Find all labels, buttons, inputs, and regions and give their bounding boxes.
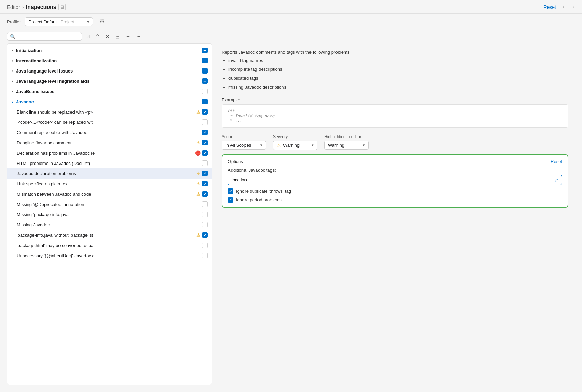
tree-item-mismatch[interactable]: Mismatch between Javadoc and code ⚠ <box>7 189 212 199</box>
profile-select[interactable]: Project Default Project ▾ <box>25 17 93 26</box>
highlighting-arrow-icon: ▾ <box>363 143 365 147</box>
tree-list: › Initialization › Internationalization … <box>7 44 212 385</box>
expand-all-button[interactable]: ⊟ <box>113 32 122 41</box>
gear-button[interactable]: ⚙ <box>97 17 107 26</box>
tree-item-javadoc[interactable]: ∨ Javadoc <box>7 96 212 107</box>
item-label: Java language level issues <box>16 68 201 74</box>
checkbox-blank-line[interactable] <box>202 109 208 115</box>
checkbox-throws-label: Ignore duplicate 'throws' tag <box>236 188 291 194</box>
item-label: HTML problems in Javadoc (DocLint) <box>17 161 201 166</box>
item-label: Comment replaceable with Javadoc <box>17 130 201 135</box>
item-label: Missing Javadoc <box>17 222 201 227</box>
tree-item-javabeans[interactable]: › JavaBeans issues <box>7 86 212 96</box>
add-button[interactable]: ＋ <box>123 31 133 41</box>
tree-item-comment-replaceable[interactable]: Comment replaceable with Javadoc <box>7 127 212 138</box>
tree-item-missing-javadoc[interactable]: Missing Javadoc <box>7 220 212 230</box>
severity-value: Warning <box>283 143 309 148</box>
checkbox-javadoc-decl[interactable] <box>202 171 208 176</box>
checkbox-package-without[interactable] <box>202 232 208 238</box>
checkbox-option-throws: Ignore duplicate 'throws' tag <box>228 188 562 194</box>
tree-item-java-migration[interactable]: › Java language level migration aids <box>7 76 212 86</box>
options-reset-button[interactable]: Reset <box>551 159 562 164</box>
header: Editor › Inspections ⊟ Reset ← → <box>0 0 582 14</box>
move-down-button[interactable]: ✕ <box>103 32 112 41</box>
tree-item-unnecessary[interactable]: Unnecessary '{@inheritDoc}' Javadoc c <box>7 250 212 261</box>
tree-item-package-html[interactable]: 'package.html' may be converted to 'pa <box>7 240 212 250</box>
tree-item-missing-package-info[interactable]: Missing 'package-info.java' <box>7 209 212 220</box>
checkbox-deprecated[interactable] <box>202 201 208 207</box>
checkbox-code-replaced[interactable] <box>202 119 208 125</box>
checkbox-mismatch[interactable] <box>202 191 208 197</box>
search-input[interactable] <box>17 34 79 39</box>
severity-group: Severity: ⚠ Warning ▾ <box>273 134 317 150</box>
tree-item-html-problems[interactable]: HTML problems in Javadoc (DocLint) <box>7 158 212 168</box>
remove-button[interactable]: － <box>134 31 144 41</box>
expand-arrow: ∨ <box>10 100 15 104</box>
item-label: Unnecessary '{@inheritDoc}' Javadoc c <box>17 253 201 258</box>
item-label: 'package-info.java' without 'package' st <box>17 233 195 238</box>
page-icon[interactable]: ⊟ <box>58 4 66 10</box>
tree-item-dangling[interactable]: Dangling Javadoc comment ⚠ <box>7 138 212 148</box>
nav-forward-button[interactable]: → <box>569 3 575 11</box>
scope-select[interactable]: In All Scopes ▾ <box>222 141 266 150</box>
checkbox-dangling[interactable] <box>202 140 208 145</box>
highlighting-select[interactable]: Warning ▾ <box>324 141 369 150</box>
item-label: '<code>...</code>' can be replaced wit <box>17 120 201 125</box>
severity-warn-icon: ⚠ <box>277 143 281 148</box>
checkbox-java-lang[interactable] <box>202 68 208 74</box>
list-item: missing Javadoc descriptions <box>228 83 568 92</box>
move-up-button[interactable]: ⌃ <box>93 32 102 41</box>
highlighting-group: Highlighting in editor: Warning ▾ <box>324 134 369 150</box>
checkbox-period[interactable] <box>228 197 233 203</box>
scope-value: In All Scopes <box>225 143 258 148</box>
expand-arrow: › <box>10 48 15 52</box>
tree-item-javadoc-declaration[interactable]: Javadoc declaration problems ⚠ <box>7 168 212 179</box>
checkbox-declaration[interactable] <box>202 150 208 156</box>
list-item: incomplete tag descriptions <box>228 65 568 74</box>
filter-button[interactable]: ⊿ <box>83 32 92 41</box>
tree-item-declaration-problems[interactable]: Declaration has problems in Javadoc re ⛔ <box>7 148 212 158</box>
checkbox-initialization[interactable] <box>202 48 208 53</box>
checkbox-missing-javadoc[interactable] <box>202 222 208 227</box>
search-icon: 🔍 <box>10 34 15 39</box>
severity-select[interactable]: ⚠ Warning ▾ <box>273 141 317 150</box>
item-label: Blank line should be replaced with <p> <box>17 109 195 115</box>
expand-icon[interactable]: ⤢ <box>554 177 558 183</box>
tags-input[interactable] <box>232 177 554 182</box>
profile-arrow-icon: ▾ <box>87 19 89 24</box>
item-label-javadoc: Javadoc <box>16 99 201 104</box>
tags-input-container: ⤢ <box>228 175 562 185</box>
checkbox-unnecessary[interactable] <box>202 253 208 258</box>
checkbox-package-info[interactable] <box>202 212 208 217</box>
scope-arrow-icon: ▾ <box>260 143 262 147</box>
nav-arrows: ← → <box>561 3 575 11</box>
tree-item-package-without[interactable]: 'package-info.java' without 'package' st… <box>7 230 212 240</box>
tree-item-blank-line[interactable]: Blank line should be replaced with <p> ⚠ <box>7 107 212 117</box>
tree-item-java-lang[interactable]: › Java language level issues <box>7 66 212 76</box>
breadcrumb-editor: Editor <box>7 4 20 10</box>
checkbox-throws[interactable] <box>228 188 233 194</box>
checkbox-javabeans[interactable] <box>202 89 208 94</box>
main-container: Editor › Inspections ⊟ Reset ← → Profile… <box>0 0 582 392</box>
tree-item-internationalization[interactable]: › Internationalization <box>7 55 212 66</box>
tree-item-initialization[interactable]: › Initialization <box>7 45 212 55</box>
checkbox-java-migration[interactable] <box>202 78 208 84</box>
checkbox-html[interactable] <box>202 160 208 166</box>
expand-arrow: › <box>10 69 15 73</box>
right-panel: Reports Javadoc comments and tags with t… <box>215 43 575 385</box>
checkbox-javadoc[interactable] <box>202 99 208 104</box>
tree-item-link-plain[interactable]: Link specified as plain text ⚠ <box>7 179 212 189</box>
severity-arrow-icon: ▾ <box>312 143 314 147</box>
resize-divider[interactable] <box>212 43 215 385</box>
item-label: JavaBeans issues <box>16 89 201 94</box>
checkbox-package-html[interactable] <box>202 243 208 248</box>
reset-button[interactable]: Reset <box>543 4 556 10</box>
profile-name: Project Default <box>28 19 57 24</box>
checkbox-internationalization[interactable] <box>202 58 208 63</box>
checkbox-comment[interactable] <box>202 130 208 135</box>
tree-item-missing-deprecated[interactable]: Missing '@Deprecated' annotation <box>7 199 212 209</box>
checkbox-link[interactable] <box>202 181 208 186</box>
header-right: Reset ← → <box>543 3 575 11</box>
tree-item-code-replaced[interactable]: '<code>...</code>' can be replaced wit <box>7 117 212 127</box>
nav-back-button[interactable]: ← <box>561 3 568 11</box>
